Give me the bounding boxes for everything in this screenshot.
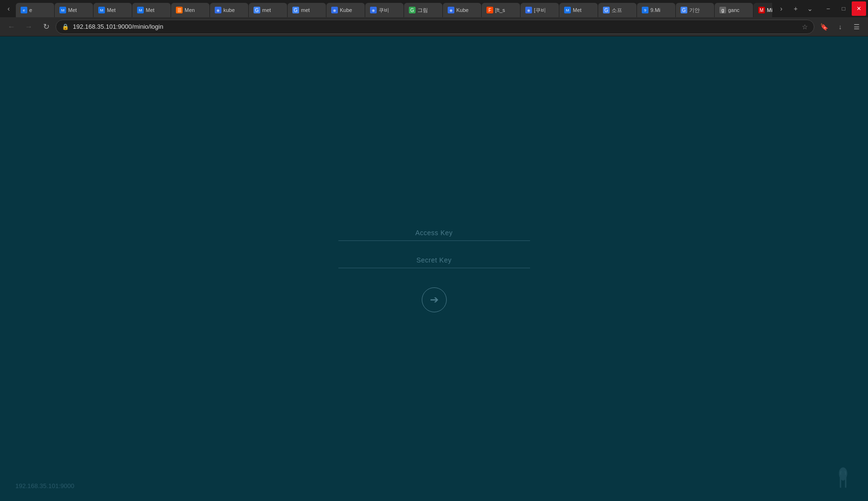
- tab-kube3[interactable]: ⎈ Kube: [443, 3, 481, 17]
- tab-label-men: Men: [185, 7, 195, 13]
- tab-favicon-met4: M: [137, 7, 144, 13]
- tab-list-button[interactable]: ⌄: [803, 2, 817, 15]
- tab-favicon-kubi: ⎈: [370, 7, 377, 13]
- server-address-text: 192.168.35.101:9000: [15, 482, 74, 490]
- tab-label-met2: Met: [68, 7, 77, 13]
- tab-kubi2[interactable]: ⎈ [쿠비: [521, 3, 559, 17]
- tab-favicon-grm: G: [409, 7, 416, 13]
- bookmark-button[interactable]: 🔖: [816, 19, 832, 34]
- access-key-input[interactable]: [338, 225, 530, 241]
- tab-favicon-kube3: ⎈: [448, 7, 454, 13]
- tab-favicon-minio: M: [758, 7, 765, 13]
- back-button[interactable]: ←: [4, 19, 19, 34]
- tab-favicon-ganc: g: [719, 7, 726, 13]
- new-tab-button[interactable]: +: [789, 2, 802, 15]
- bookmark-star-icon[interactable]: ☆: [802, 23, 808, 31]
- browser-chrome: ‹ e e M Met M Met M Met: [0, 0, 868, 36]
- tabs-container: e e M Met M Met M Met ☰ Men: [16, 0, 772, 17]
- scroll-tabs-left-button[interactable]: ‹: [2, 2, 15, 15]
- tab-actions: › + ⌄: [775, 2, 817, 15]
- secret-key-input[interactable]: [338, 252, 530, 268]
- tab-ft[interactable]: F [ft_s: [482, 3, 520, 17]
- address-bar[interactable]: 🔒 192.168.35.101:9000/minio/login ☆: [56, 20, 814, 34]
- minio-logo: [833, 466, 853, 493]
- lock-icon: 🔒: [62, 23, 69, 30]
- tab-met-g1[interactable]: G met: [249, 3, 287, 17]
- login-button[interactable]: ➔: [422, 287, 447, 312]
- tab-9mi[interactable]: 9 9.Mi: [637, 3, 675, 17]
- tab-favicon-men: ☰: [176, 7, 183, 13]
- tab-men[interactable]: ☰ Men: [171, 3, 209, 17]
- tab-label-met-g2: met: [301, 7, 310, 13]
- reload-button[interactable]: ↻: [38, 19, 54, 34]
- tab-kubi[interactable]: ⎈ 쿠비: [365, 3, 404, 17]
- tab-label-minio: Mi: [767, 7, 772, 13]
- tab-favicon-9mi: 9: [642, 7, 648, 13]
- tab-favicon-e: e: [21, 7, 27, 13]
- tab-label-kube2: Kube: [340, 7, 352, 13]
- tab-label-kube1: kube: [223, 7, 235, 13]
- tab-kube1[interactable]: ⎈ kube: [210, 3, 248, 17]
- tab-bar: ‹ e e M Met M Met M Met: [0, 0, 868, 17]
- minio-bird-svg: [833, 466, 853, 490]
- download-button[interactable]: ↓: [833, 19, 848, 34]
- tab-gian[interactable]: G 기안: [676, 3, 714, 17]
- tab-met-g2[interactable]: G met: [288, 3, 326, 17]
- tab-met3[interactable]: M Met: [93, 3, 132, 17]
- tab-ganc[interactable]: g ganc: [715, 3, 753, 17]
- nav-bar: ← → ↻ 🔒 192.168.35.101:9000/minio/login …: [0, 17, 868, 36]
- tab-favicon-kubi2: ⎈: [525, 7, 532, 13]
- tab-label-kubi: 쿠비: [379, 7, 389, 14]
- url-text: 192.168.35.101:9000/minio/login: [73, 23, 163, 30]
- tab-favicon-met-g1: G: [254, 7, 260, 13]
- close-button[interactable]: ✕: [852, 1, 866, 16]
- tab-label-met5: Met: [573, 7, 581, 13]
- tab-minio[interactable]: M Mi ✕: [753, 3, 772, 17]
- tab-met2[interactable]: M Met: [55, 3, 93, 17]
- server-address: 192.168.35.101:9000: [15, 482, 74, 490]
- tab-met5[interactable]: M Met: [559, 3, 598, 17]
- svg-point-0: [841, 471, 843, 473]
- tab-favicon-met5: M: [564, 7, 571, 13]
- tab-label-e: e: [29, 7, 32, 13]
- tab-label-kube3: Kube: [456, 7, 469, 13]
- login-arrow-icon: ➔: [430, 294, 439, 306]
- tab-label-sof: 소프: [612, 7, 622, 14]
- tab-favicon-met-g2: G: [292, 7, 299, 13]
- tab-e[interactable]: e e: [16, 3, 54, 17]
- forward-button[interactable]: →: [21, 19, 36, 34]
- window-controls: – □ ✕: [821, 1, 866, 16]
- address-url: 192.168.35.101:9000/minio/login: [73, 23, 798, 30]
- tab-label-ganc: ganc: [728, 7, 740, 13]
- tab-label-met3: Met: [107, 7, 116, 13]
- tab-label-kubi2: [쿠비: [534, 7, 546, 14]
- menu-button[interactable]: ☰: [849, 19, 864, 34]
- tab-met4[interactable]: M Met: [132, 3, 171, 17]
- tab-label-met4: Met: [146, 7, 154, 13]
- scroll-tabs-right-button[interactable]: ›: [775, 2, 788, 15]
- tab-favicon-met3: M: [98, 7, 105, 13]
- minimize-button[interactable]: –: [821, 1, 835, 16]
- tab-favicon-gian: G: [681, 7, 687, 13]
- tab-sof[interactable]: G 소프: [598, 3, 637, 17]
- tab-favicon-ft: F: [486, 7, 493, 13]
- login-form: ➔: [338, 225, 530, 312]
- nav-extra-buttons: 🔖 ↓ ☰: [816, 19, 864, 34]
- tab-label-gian: 기안: [689, 7, 700, 14]
- tab-favicon-sof: G: [603, 7, 610, 13]
- tab-grm[interactable]: G 그림: [404, 3, 442, 17]
- maximize-button[interactable]: □: [836, 1, 851, 16]
- tab-label-9mi: 9.Mi: [650, 7, 660, 13]
- tab-label-ft: [ft_s: [495, 7, 505, 13]
- tab-kube2[interactable]: ⎈ Kube: [326, 3, 365, 17]
- access-key-wrapper: [338, 225, 530, 241]
- tab-favicon-kube2: ⎈: [331, 7, 338, 13]
- tab-label-grm: 그림: [417, 7, 428, 14]
- tab-label-met-g1: met: [262, 7, 271, 13]
- tab-favicon-met2: M: [59, 7, 66, 13]
- content-area: ➔ 192.168.35.101:9000: [0, 36, 868, 501]
- secret-key-wrapper: [338, 252, 530, 268]
- svg-point-1: [844, 471, 845, 473]
- tab-favicon-kube1: ⎈: [215, 7, 221, 13]
